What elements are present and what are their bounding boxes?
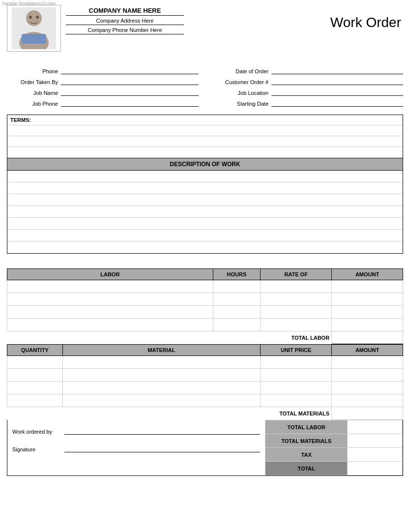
logo-svg — [12, 7, 56, 49]
company-name: COMPANY NAME HERE — [66, 7, 184, 16]
terms-header: TERMS: — [7, 115, 403, 125]
material-table: QUANTITY MATERIAL UNIT PRICE AMOUNT TOTA… — [7, 344, 403, 420]
desc-row-1 — [7, 171, 403, 182]
signature-section: Work ordered by Signature — [7, 420, 265, 475]
labor-col-amount: AMOUNT — [332, 269, 403, 280]
customer-order-label: Customer Order # — [207, 79, 271, 85]
summary-section: Work ordered by Signature TOTAL LABOR TO… — [7, 420, 403, 476]
date-order-input[interactable] — [271, 66, 403, 74]
signature-row: Signature — [12, 444, 260, 452]
desc-row-5 — [7, 218, 403, 230]
page-title: Work Order — [330, 5, 403, 30]
desc-row-6 — [7, 230, 403, 241]
description-section — [7, 171, 403, 254]
labor-total-value[interactable] — [332, 331, 403, 344]
form-right-starting-date: Starting Date — [207, 99, 403, 107]
material-total-value[interactable] — [332, 407, 403, 420]
desc-row-7 — [7, 241, 403, 253]
labor-total-row: TOTAL LABOR — [7, 331, 403, 344]
total-labor-row: TOTAL LABOR — [265, 420, 403, 434]
total-row: TOTAL — [265, 462, 403, 475]
work-ordered-row: Work ordered by — [12, 427, 260, 435]
svg-point-5 — [36, 16, 39, 19]
svg-rect-3 — [22, 34, 46, 44]
header-section: COMPANY NAME HERE Company Address Here C… — [7, 5, 403, 52]
form-right-customer: Customer Order # — [207, 77, 403, 85]
labor-row-2 — [7, 293, 403, 306]
total-materials-label: TOTAL MATERIALS — [265, 434, 348, 448]
form-section: Phone Date of Order Order Taken By Custo… — [7, 66, 403, 107]
total-materials-value[interactable] — [348, 434, 403, 448]
work-ordered-label: Work ordered by — [12, 429, 61, 435]
order-taken-input[interactable] — [61, 77, 199, 85]
form-row-4: Job Phone Starting Date — [7, 99, 403, 107]
form-right-job-location: Job Location — [207, 88, 403, 96]
total-labor-value[interactable] — [348, 420, 403, 434]
work-ordered-input[interactable] — [64, 427, 260, 435]
total-materials-row: TOTAL MATERIALS — [265, 434, 403, 448]
material-total-label: TOTAL MATERIALS — [261, 407, 332, 420]
signature-input[interactable] — [64, 444, 260, 452]
phone-input[interactable] — [61, 66, 199, 74]
job-location-input[interactable] — [271, 88, 403, 96]
starting-date-input[interactable] — [271, 99, 403, 107]
labor-row-1 — [7, 280, 403, 293]
material-row-3 — [7, 382, 403, 394]
company-logo — [7, 5, 61, 52]
form-row-2: Order Taken By Customer Order # — [7, 77, 403, 85]
phone-label: Phone — [7, 68, 61, 74]
material-col-amount: AMOUNT — [332, 345, 403, 356]
starting-date-label: Starting Date — [207, 101, 271, 107]
terms-row-1 — [7, 125, 403, 136]
material-row-4 — [7, 394, 403, 407]
totals-table: TOTAL LABOR TOTAL MATERIALS TAX TOTAL — [265, 420, 403, 475]
tax-value[interactable] — [348, 448, 403, 462]
form-left-phone: Phone — [7, 66, 203, 74]
grand-total-label: TOTAL — [265, 462, 348, 475]
terms-section: TERMS: — [7, 115, 403, 158]
labor-col-hours: HOURS — [213, 269, 261, 280]
labor-col-labor: LABOR — [7, 269, 213, 280]
terms-row-2 — [7, 136, 403, 147]
form-row-3: Job Name Job Location — [7, 88, 403, 96]
labor-table: LABOR HOURS RATE OF AMOUNT TOTAL LABOR — [7, 268, 403, 344]
desc-row-3 — [7, 194, 403, 206]
section-gap-1 — [7, 254, 403, 268]
form-right-date: Date of Order — [207, 66, 403, 74]
form-left-job-phone: Job Phone — [7, 99, 203, 107]
material-row-1 — [7, 356, 403, 369]
form-row-1: Phone Date of Order — [7, 66, 403, 74]
labor-total-label: TOTAL LABOR — [261, 331, 332, 344]
material-col-unit-price: UNIT PRICE — [261, 345, 332, 356]
job-phone-input[interactable] — [61, 99, 199, 107]
date-order-label: Date of Order — [207, 68, 271, 74]
company-info: COMPANY NAME HERE Company Address Here C… — [66, 5, 184, 36]
customer-order-input[interactable] — [271, 77, 403, 85]
job-name-label: Job Name — [7, 90, 61, 96]
job-location-label: Job Location — [207, 90, 271, 96]
material-col-material: MATERIAL — [62, 345, 261, 356]
description-header: DESCRIPTION OF WORK — [7, 158, 403, 171]
desc-row-4 — [7, 206, 403, 218]
form-left-order-taken: Order Taken By — [7, 77, 203, 85]
desc-row-2 — [7, 182, 403, 194]
labor-row-3 — [7, 306, 403, 319]
company-address: Company Address Here — [66, 18, 184, 25]
total-labor-label: TOTAL LABOR — [265, 420, 348, 434]
labor-col-rate: RATE OF — [261, 269, 332, 280]
form-left-job-name: Job Name — [7, 88, 203, 96]
job-phone-label: Job Phone — [7, 101, 61, 107]
job-name-input[interactable] — [61, 88, 199, 96]
grand-total-value[interactable] — [348, 462, 403, 475]
terms-row-3 — [7, 147, 403, 158]
tax-row: TAX — [265, 448, 403, 462]
labor-row-4 — [7, 319, 403, 331]
material-row-2 — [7, 369, 403, 382]
company-phone: Company Phone Number Here — [66, 27, 184, 34]
material-col-qty: QUANTITY — [7, 345, 63, 356]
material-total-row: TOTAL MATERIALS — [7, 407, 403, 420]
svg-point-4 — [29, 16, 32, 19]
tax-label: TAX — [265, 448, 348, 462]
order-taken-label: Order Taken By — [7, 79, 61, 85]
signature-label: Signature — [12, 446, 61, 452]
